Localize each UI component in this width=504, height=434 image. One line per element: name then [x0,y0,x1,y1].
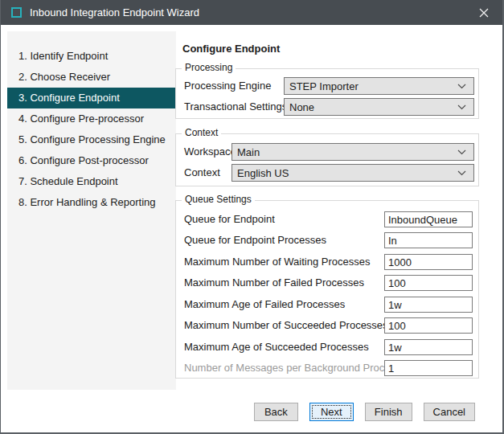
max-failed-processes-label: Maximum Number of Failed Processes [184,275,364,291]
processing-group: Processing Processing Engine STEP Import… [175,68,479,119]
sidebar-item-choose-receiver[interactable]: 2. Choose Receiver [7,67,176,88]
chevron-down-icon [457,149,466,155]
max-age-failed-processes-label: Maximum Age of Failed Processes [184,297,345,313]
context-dropdown[interactable]: English US [232,164,474,182]
sidebar-item-error-handling-reporting[interactable]: 8. Error Handling & Reporting [7,192,176,213]
page-title: Configure Endpoint [182,43,280,55]
back-button[interactable]: Back [254,403,298,421]
processing-engine-dropdown[interactable]: STEP Importer [284,77,474,95]
workspace-label: Workspace [184,143,236,161]
context-group-title: Context [182,127,221,139]
messages-per-background-process-input[interactable] [384,360,473,376]
queue-for-endpoint-processes-label: Queue for Endpoint Processes [184,232,326,248]
close-button[interactable] [465,0,502,25]
finish-button[interactable]: Finish [365,403,412,421]
sidebar-item-configure-post-processor[interactable]: 6. Configure Post-processor [7,150,176,171]
next-button[interactable]: Next [309,403,354,421]
workspace-value: Main [237,146,260,158]
queue-settings-group-title: Queue Settings [182,194,255,206]
queue-settings-group: Queue Settings Queue for Endpoint Queue … [175,200,479,379]
queue-for-endpoint-input[interactable] [384,211,473,227]
max-failed-processes-input[interactable] [384,275,473,291]
chevron-down-icon [457,170,466,176]
transactional-settings-label: Transactional Settings [184,98,287,116]
sidebar-item-configure-processing-engine[interactable]: 5. Configure Processing Engine [7,129,176,150]
max-age-succeeded-processes-input[interactable] [384,339,473,355]
max-succeeded-processes-input[interactable] [384,317,473,334]
wizard-dialog: Inbound Integration Endpoint Wizard 1. I… [0,0,504,434]
chevron-down-icon [457,104,466,110]
cancel-button[interactable]: Cancel [424,403,475,421]
sidebar-item-configure-pre-processor[interactable]: 4. Configure Pre-processor [7,108,176,129]
app-icon [11,7,22,18]
transactional-settings-dropdown[interactable]: None [284,98,474,116]
max-waiting-processes-label: Maximum Number of Waiting Processes [184,254,370,270]
max-age-succeeded-processes-label: Maximum Age of Succeeded Processes [184,339,369,355]
sidebar-item-schedule-endpoint[interactable]: 7. Schedule Endpoint [7,171,176,192]
title-bar: Inbound Integration Endpoint Wizard [1,0,502,25]
processing-engine-label: Processing Engine [184,77,271,95]
window-title: Inbound Integration Endpoint Wizard [30,6,199,18]
processing-engine-value: STEP Importer [289,80,359,92]
transactional-settings-value: None [289,101,314,113]
sidebar-item-identify-endpoint[interactable]: 1. Identify Endpoint [7,46,176,67]
context-group: Context Workspace Main Context English U… [175,133,479,186]
max-age-failed-processes-input[interactable] [384,297,473,313]
messages-per-background-process-label: Number of Messages per Background Proces… [184,360,401,376]
processing-group-title: Processing [182,62,236,74]
max-succeeded-processes-label: Maximum Number of Succeeded Processes [184,317,388,334]
max-waiting-processes-input[interactable] [384,254,473,270]
button-bar: Back Next Finish Cancel [1,403,475,421]
sidebar-item-configure-endpoint[interactable]: 3. Configure Endpoint [7,88,176,108]
queue-for-endpoint-label: Queue for Endpoint [184,211,275,227]
wizard-steps-sidebar: 1. Identify Endpoint 2. Choose Receiver … [7,31,176,390]
workspace-dropdown[interactable]: Main [232,143,474,161]
context-label: Context [184,164,220,182]
context-value: English US [237,167,289,179]
queue-for-endpoint-processes-input[interactable] [384,232,473,248]
close-icon [479,8,489,18]
chevron-down-icon [457,84,466,89]
